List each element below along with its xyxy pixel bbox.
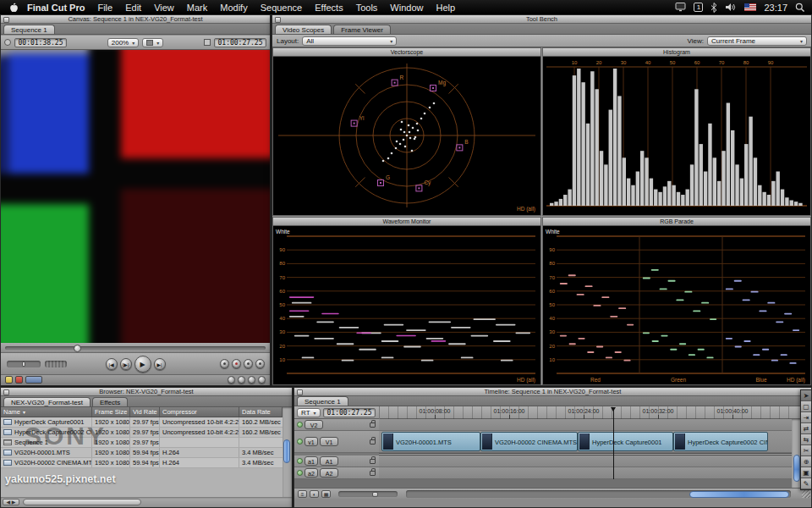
track-visibility-toggle[interactable] xyxy=(297,458,303,464)
view-options-popup[interactable]: ▾ xyxy=(142,38,163,47)
close-window-button[interactable] xyxy=(275,17,281,23)
menu-mark[interactable]: Mark xyxy=(187,3,207,13)
track-a2-lane[interactable] xyxy=(379,467,792,479)
insert-edit-button[interactable] xyxy=(5,376,13,384)
tab-project[interactable]: NEX-VG20_Format-test xyxy=(3,397,91,406)
scrubber-playhead[interactable] xyxy=(74,345,81,352)
tool-edit-selection[interactable]: ▢ xyxy=(801,401,811,412)
layout-popup[interactable]: All▾ xyxy=(302,36,397,46)
scroll-arrows[interactable]: ◀ ▶ xyxy=(3,499,19,505)
timeline-clip[interactable]: VG20H-00002 CINEMA.MTS xyxy=(480,432,578,451)
replace-edit-button[interactable] xyxy=(25,376,42,384)
zoom-popup[interactable]: 200%▾ xyxy=(107,38,139,47)
scrollbar-thumb[interactable] xyxy=(793,455,800,482)
scrollbar-thumb[interactable] xyxy=(283,439,290,463)
volume-icon[interactable] xyxy=(725,3,737,12)
track-visibility-toggle[interactable] xyxy=(297,470,303,476)
zoom-slider[interactable] xyxy=(338,491,398,497)
mark-out-button[interactable] xyxy=(228,376,235,384)
mark-clip-button[interactable] xyxy=(232,359,241,368)
timeline-clip[interactable]: HyperDeck Capture0002 CINEMA xyxy=(673,432,768,451)
source-a1[interactable]: a1 xyxy=(304,456,318,466)
source-v1[interactable]: v1 xyxy=(304,437,318,446)
menu-modify[interactable]: Modify xyxy=(220,3,247,13)
close-window-button[interactable] xyxy=(3,389,9,395)
canvas-tab-sequence[interactable]: Sequence 1 xyxy=(3,25,55,34)
tool-bench-titlebar[interactable]: Tool Bench xyxy=(272,15,811,24)
menu-effects[interactable]: Effects xyxy=(315,3,343,13)
menu-bar-clock[interactable]: 23:17 xyxy=(764,3,787,13)
lock-track-icon[interactable] xyxy=(370,439,376,444)
timeline-ruler[interactable]: 01:00:08:00 01:00:16:00 01:00:24:00 01:0… xyxy=(379,406,792,419)
menu-sequence[interactable]: Sequence xyxy=(261,3,303,13)
menu-view[interactable]: View xyxy=(154,3,174,13)
column-header-name[interactable]: Name▾ xyxy=(1,407,92,417)
browser-horizontal-scrollbar[interactable]: ◀ ▶ xyxy=(1,497,292,507)
tool-selection[interactable]: ➤ xyxy=(801,390,811,401)
tab-video-scopes[interactable]: Video Scopes xyxy=(275,25,332,34)
display-icon[interactable] xyxy=(675,3,686,12)
track-height-button[interactable]: ≡ xyxy=(298,490,307,498)
current-timecode-field[interactable]: 01:00:27.25 xyxy=(214,38,266,47)
recent-clips-button[interactable] xyxy=(258,376,266,384)
tool-select-track[interactable]: ⇥ xyxy=(801,412,811,423)
track-destination-a1[interactable]: A1 xyxy=(320,456,338,466)
marker-button[interactable] xyxy=(248,376,255,384)
resize-grip[interactable] xyxy=(802,489,810,498)
tab-frame-viewer[interactable]: Frame Viewer xyxy=(333,25,391,34)
scrollbar-thumb[interactable] xyxy=(23,499,141,505)
tab-effects[interactable]: Effects xyxy=(92,397,128,406)
lock-track-icon[interactable] xyxy=(370,459,376,464)
next-edit-button[interactable]: ▶| xyxy=(154,358,166,370)
source-a2[interactable]: a2 xyxy=(304,468,318,478)
match-frame-button[interactable] xyxy=(220,359,229,368)
timeline-titlebar[interactable]: Timeline: Sequence 1 in NEX-VG20_Format-… xyxy=(294,388,811,396)
tool-crop[interactable]: ▣ xyxy=(801,467,811,478)
column-header-compressor[interactable]: Compressor xyxy=(160,407,239,417)
spotlight-icon[interactable] xyxy=(795,3,805,13)
view-popup[interactable]: Current Frame▾ xyxy=(707,36,807,46)
browser-titlebar[interactable]: Browser: NEX-VG20_Format-test xyxy=(1,388,292,396)
track-destination-v2[interactable]: V2 xyxy=(304,420,323,429)
app-menu-title[interactable]: Final Cut Pro xyxy=(27,3,85,13)
tool-roll[interactable]: ⇄ xyxy=(801,423,811,434)
lock-track-icon[interactable] xyxy=(370,422,376,428)
menu-edit[interactable]: Edit xyxy=(125,3,141,13)
input-language-flag-icon[interactable] xyxy=(744,3,756,11)
keyframe-button[interactable] xyxy=(238,376,245,384)
track-destination-v1[interactable]: V1 xyxy=(320,437,338,446)
previous-edit-button[interactable]: |◀ xyxy=(106,358,118,370)
tool-zoom[interactable]: ⊕ xyxy=(801,456,811,467)
tool-slip[interactable]: ⇆ xyxy=(801,434,811,445)
column-header-frame-size[interactable]: Frame Size xyxy=(92,407,130,417)
play-in-to-out-button[interactable]: {▶} xyxy=(120,358,132,370)
input-source-icon[interactable]: 1 xyxy=(694,3,703,12)
menu-tools[interactable]: Tools xyxy=(356,3,378,13)
track-v1-lane[interactable]: VG20H-00001.MTS VG20H-00002 CINEMA.MTS H… xyxy=(379,431,792,453)
add-marker-button[interactable] xyxy=(244,359,253,368)
bluetooth-icon[interactable] xyxy=(710,3,717,13)
track-visibility-toggle[interactable] xyxy=(297,422,303,428)
canvas-video-frame[interactable] xyxy=(1,50,270,343)
column-header-vid-rate[interactable]: Vid Rate xyxy=(130,407,160,417)
timeline-clip[interactable]: HyperDeck Capture0001 xyxy=(578,432,673,451)
timeline-tab-sequence[interactable]: Sequence 1 xyxy=(297,396,348,406)
overwrite-edit-button[interactable] xyxy=(15,376,23,384)
timeline-timecode-field[interactable]: 01:00:27.25 xyxy=(323,408,376,417)
column-header-data-rate[interactable]: Data Rate xyxy=(239,407,283,417)
close-window-button[interactable] xyxy=(3,17,9,23)
clip-keyframes-button[interactable]: ▦ xyxy=(321,490,331,498)
close-window-button[interactable] xyxy=(297,389,303,395)
track-v2-lane[interactable] xyxy=(379,419,792,431)
duration-timecode-field[interactable]: 00:01:38.25 xyxy=(14,38,67,47)
menu-file[interactable]: File xyxy=(97,3,112,13)
track-a1-lane[interactable] xyxy=(379,456,792,467)
tool-pen[interactable]: ✎ xyxy=(801,478,811,489)
rt-popup[interactable]: RT▾ xyxy=(297,408,321,417)
track-destination-a2[interactable]: A2 xyxy=(320,468,338,478)
apple-menu-icon[interactable] xyxy=(8,2,19,13)
timeline-playhead[interactable] xyxy=(613,407,614,488)
lock-track-icon[interactable] xyxy=(370,471,376,476)
browser-vertical-scrollbar[interactable] xyxy=(283,407,292,497)
menu-help[interactable]: Help xyxy=(436,3,455,13)
